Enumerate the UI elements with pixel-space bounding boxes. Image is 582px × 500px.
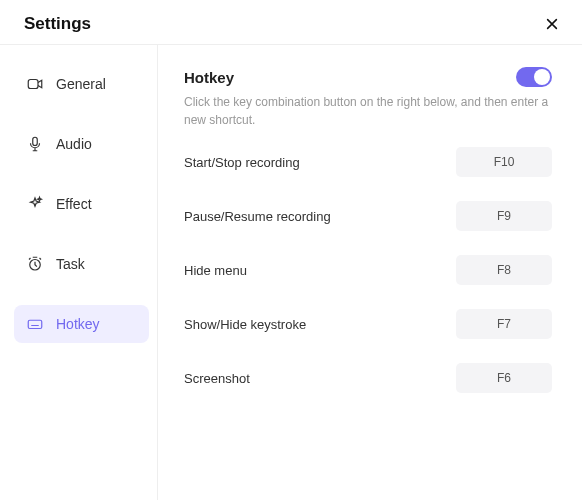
hotkey-input-pause-resume[interactable]: F9 (456, 201, 552, 231)
hotkey-label: Hide menu (184, 263, 247, 278)
hotkey-toggle[interactable] (516, 67, 552, 87)
keyboard-icon (26, 315, 44, 333)
hotkey-row-hide-menu: Hide menu F8 (184, 255, 552, 285)
hotkey-input-start-stop[interactable]: F10 (456, 147, 552, 177)
hotkey-row-pause-resume: Pause/Resume recording F9 (184, 201, 552, 231)
sidebar-item-hotkey[interactable]: Hotkey (14, 305, 149, 343)
mic-icon (26, 135, 44, 153)
sidebar-item-label: Task (56, 256, 85, 272)
panel-description: Click the key combination button on the … (184, 93, 552, 129)
hotkey-input-hide-menu[interactable]: F8 (456, 255, 552, 285)
svg-rect-1 (33, 137, 38, 145)
sidebar-item-task[interactable]: Task (14, 245, 149, 283)
hotkey-row-start-stop: Start/Stop recording F10 (184, 147, 552, 177)
sparkle-icon (26, 195, 44, 213)
sidebar: General Audio Effect Task (0, 45, 158, 500)
settings-window: Settings General Audio (0, 0, 582, 500)
sidebar-item-label: Hotkey (56, 316, 100, 332)
window-title: Settings (24, 14, 91, 34)
clock-icon (26, 255, 44, 273)
hotkey-input-screenshot[interactable]: F6 (456, 363, 552, 393)
panel-title: Hotkey (184, 69, 234, 86)
hotkey-row-screenshot: Screenshot F6 (184, 363, 552, 393)
close-icon (545, 17, 559, 31)
hotkey-row-keystroke: Show/Hide keystroke F7 (184, 309, 552, 339)
sidebar-item-audio[interactable]: Audio (14, 125, 149, 163)
sidebar-item-label: Effect (56, 196, 92, 212)
close-button[interactable] (542, 14, 562, 34)
hotkey-label: Pause/Resume recording (184, 209, 331, 224)
svg-rect-0 (28, 80, 38, 89)
camera-icon (26, 75, 44, 93)
svg-rect-3 (28, 320, 42, 328)
hotkey-label: Show/Hide keystroke (184, 317, 306, 332)
sidebar-item-effect[interactable]: Effect (14, 185, 149, 223)
panel-header: Hotkey (184, 67, 552, 87)
sidebar-item-label: General (56, 76, 106, 92)
hotkey-label: Screenshot (184, 371, 250, 386)
titlebar: Settings (0, 0, 582, 44)
hotkey-label: Start/Stop recording (184, 155, 300, 170)
sidebar-item-label: Audio (56, 136, 92, 152)
main-panel: Hotkey Click the key combination button … (158, 45, 582, 500)
body: General Audio Effect Task (0, 44, 582, 500)
sidebar-item-general[interactable]: General (14, 65, 149, 103)
hotkey-input-keystroke[interactable]: F7 (456, 309, 552, 339)
